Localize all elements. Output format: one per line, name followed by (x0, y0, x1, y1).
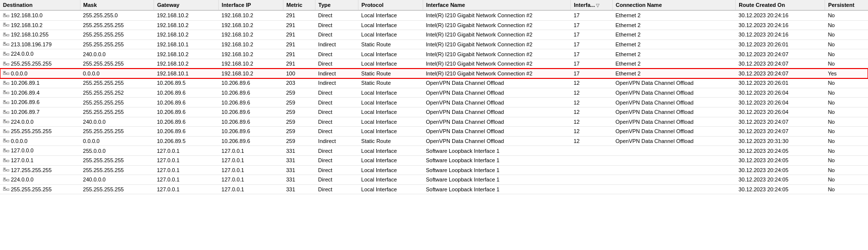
cell-ifip: 10.206.89.6 (219, 127, 283, 137)
cell-metric: 259 (283, 136, 316, 146)
cell-proto: Local Interface (358, 117, 423, 127)
cell-mask: 255.255.255.255 (80, 78, 154, 88)
table-row[interactable]: 255.255.255.255255.255.255.255127.0.0.11… (0, 184, 868, 194)
cell-type: Direct (315, 175, 358, 185)
table-row[interactable]: 213.108.196.179255.255.255.255192.168.10… (0, 39, 868, 49)
cell-persist: No (825, 10, 868, 20)
cell-connname: OpenVPN Data Channel Offload (613, 88, 736, 98)
cell-ifidx: 12 (571, 88, 613, 98)
cell-mask: 255.255.255.255 (80, 20, 154, 30)
cell-created: 30.12.2023 20:24:05 (736, 155, 825, 165)
column-header-gw: Gateway (154, 0, 219, 10)
cell-persist: No (825, 39, 868, 49)
cell-metric: 259 (283, 107, 316, 117)
cell-gw: 10.206.89.5 (154, 136, 219, 146)
table-row[interactable]: 127.0.0.0255.0.0.0127.0.0.1127.0.0.1331D… (0, 146, 868, 156)
table-row[interactable]: 10.206.89.1255.255.255.25510.206.89.510.… (0, 78, 868, 88)
svg-rect-80 (3, 170, 6, 171)
cell-connname (613, 155, 736, 165)
cell-persist: No (825, 78, 868, 88)
table-row[interactable]: 10.206.89.6255.255.255.25510.206.89.610.… (0, 98, 868, 107)
network-route-icon (3, 81, 9, 86)
cell-created: 30.12.2023 20:26:01 (736, 78, 825, 88)
cell-type: Direct (315, 98, 358, 107)
cell-mask: 240.0.0.0 (80, 175, 154, 185)
svg-rect-6 (6, 25, 9, 26)
cell-type: Direct (315, 184, 358, 194)
table-row[interactable]: 192.168.10.255255.255.255.255192.168.10.… (0, 30, 868, 40)
cell-gw: 192.168.10.1 (154, 39, 219, 49)
cell-proto: Local Interface (358, 127, 423, 137)
cell-ifname: Software Loopback Interface 1 (423, 146, 571, 156)
cell-created: 30.12.2023 20:24:07 (736, 69, 825, 78)
table-row[interactable]: 0.0.0.00.0.0.010.206.89.510.206.89.6259I… (0, 136, 868, 146)
cell-proto: Static Route (358, 78, 423, 88)
cell-ifip: 10.206.89.6 (219, 78, 283, 88)
cell-gw: 10.206.89.5 (154, 78, 219, 88)
cell-connname: Ethernet 2 (613, 39, 736, 49)
cell-created: 30.12.2023 20:24:07 (736, 59, 825, 69)
cell-ifip: 10.206.89.6 (219, 107, 283, 117)
table-row[interactable]: 192.168.10.0255.255.255.0192.168.10.2192… (0, 10, 868, 20)
cell-connname: OpenVPN Data Channel Offload (613, 98, 736, 107)
cell-type: Direct (315, 10, 358, 20)
network-route-icon (3, 23, 9, 28)
network-route-icon (3, 178, 9, 183)
cell-type: Direct (315, 165, 358, 175)
svg-rect-20 (3, 54, 6, 55)
table-row[interactable]: 224.0.0.0240.0.0.010.206.89.610.206.89.6… (0, 117, 868, 127)
cell-gw: 10.206.89.6 (154, 127, 219, 137)
cell-dest: 192.168.10.0 (0, 10, 80, 20)
cell-connname: Ethernet 2 (613, 59, 736, 69)
table-row[interactable]: 10.206.89.4255.255.255.25210.206.89.610.… (0, 88, 868, 98)
table-row[interactable]: 192.168.10.2255.255.255.255192.168.10.21… (0, 20, 868, 30)
cell-dest: 0.0.0.0 (0, 136, 80, 146)
cell-ifidx: 12 (571, 78, 613, 88)
svg-rect-25 (3, 64, 6, 65)
cell-gw: 127.0.0.1 (154, 175, 219, 185)
cell-created: 30.12.2023 20:24:07 (736, 117, 825, 127)
network-route-icon (3, 158, 9, 164)
table-header-row: DestinationMaskGatewayInterface IPMetric… (0, 0, 868, 10)
cell-gw: 192.168.10.2 (154, 30, 219, 40)
cell-connname (613, 146, 736, 156)
cell-persist: No (825, 107, 868, 117)
cell-ifidx: 17 (571, 20, 613, 30)
table-row[interactable]: 10.206.89.7255.255.255.25510.206.89.610.… (0, 107, 868, 117)
svg-rect-90 (3, 189, 6, 190)
cell-connname: Ethernet 2 (613, 10, 736, 20)
cell-metric: 259 (283, 127, 316, 137)
table-row[interactable]: 127.0.0.1255.255.255.255127.0.0.1127.0.0… (0, 155, 868, 165)
network-route-icon (3, 139, 9, 144)
table-row[interactable]: 0.0.0.00.0.0.0192.168.10.1192.168.10.210… (0, 69, 868, 78)
cell-gw: 192.168.10.2 (154, 59, 219, 69)
cell-ifip: 10.206.89.6 (219, 136, 283, 146)
svg-rect-31 (6, 73, 9, 74)
table-row[interactable]: 127.255.255.255255.255.255.255127.0.0.11… (0, 165, 868, 175)
table-row[interactable]: 255.255.255.255255.255.255.255192.168.10… (0, 59, 868, 69)
cell-ifip: 10.206.89.6 (219, 117, 283, 127)
cell-created: 30.12.2023 20:26:01 (736, 39, 825, 49)
column-header-ifidx[interactable]: Interfa... ▽ (571, 0, 613, 10)
cell-dest: 10.206.89.1 (0, 78, 80, 88)
table-row[interactable]: 224.0.0.0240.0.0.0127.0.0.1127.0.0.1331D… (0, 175, 868, 185)
table-row[interactable]: 224.0.0.0240.0.0.0192.168.10.2192.168.10… (0, 49, 868, 59)
column-header-created: Route Created On (736, 0, 825, 10)
network-route-icon (3, 33, 9, 38)
cell-mask: 255.255.255.252 (80, 88, 154, 98)
svg-rect-66 (6, 141, 9, 142)
cell-proto: Static Route (358, 69, 423, 78)
cell-created: 30.12.2023 20:24:16 (736, 30, 825, 40)
cell-mask: 255.255.255.255 (80, 30, 154, 40)
svg-rect-81 (6, 170, 9, 171)
cell-connname: Ethernet 2 (613, 49, 736, 59)
svg-rect-5 (3, 25, 6, 26)
network-route-icon (3, 62, 9, 67)
cell-ifidx (571, 175, 613, 185)
cell-persist: No (825, 184, 868, 194)
cell-metric: 291 (283, 20, 316, 30)
network-route-icon (3, 13, 9, 19)
cell-ifname: Intel(R) I210 Gigabit Network Connection… (423, 10, 571, 20)
network-route-icon (3, 90, 9, 96)
table-row[interactable]: 255.255.255.255255.255.255.25510.206.89.… (0, 127, 868, 137)
